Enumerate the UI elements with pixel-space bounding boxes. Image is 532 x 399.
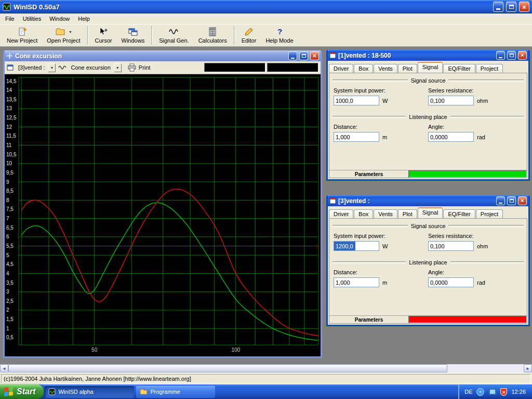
app-icon <box>3 3 11 11</box>
system-input-power-field[interactable] <box>334 241 379 251</box>
menu-item-utilities[interactable]: Utilities <box>19 14 45 23</box>
angle-field[interactable] <box>428 132 474 142</box>
taskbar-task-programme[interactable]: Programme <box>136 386 215 398</box>
help-mode-icon: ? <box>274 27 285 36</box>
tab-signal[interactable]: Signal <box>418 207 443 218</box>
maximize-icon <box>510 54 514 57</box>
series-resistance-field[interactable] <box>428 241 474 251</box>
app-titlebar[interactable]: WinISD 0.50a7 × <box>0 0 532 14</box>
minimize-button[interactable] <box>288 51 297 60</box>
maximize-button[interactable] <box>299 51 308 60</box>
close-button[interactable]: × <box>518 51 527 60</box>
start-button[interactable]: Start <box>0 384 44 399</box>
tab-driver[interactable]: Driver <box>329 64 353 73</box>
calculators-button[interactable]: Calculators <box>194 25 232 46</box>
tab-eq-filter[interactable]: EQ/Filter <box>443 209 475 219</box>
hide-icons-button[interactable]: « <box>476 388 484 396</box>
close-icon: × <box>522 4 526 10</box>
close-button[interactable]: × <box>519 2 529 12</box>
graph-type-icon <box>58 64 66 71</box>
maximize-icon <box>509 5 514 9</box>
tab-signal[interactable]: Signal <box>418 62 443 73</box>
project-window-3[interactable]: [3]vented : × Driver Box Vents Plot Sign… <box>326 195 530 326</box>
scroll-left-arrow[interactable]: ◄ <box>0 364 8 373</box>
maximize-button[interactable] <box>507 51 516 60</box>
display-tray-icon[interactable] <box>488 388 496 396</box>
y-tick-label: 12 <box>6 124 12 130</box>
parameters-button[interactable]: Parameters <box>329 316 409 323</box>
distance-field[interactable] <box>334 277 379 287</box>
series-resistance-label: Series resistance: <box>428 87 523 94</box>
tab-vents[interactable]: Vents <box>374 209 397 219</box>
y-tick-label: 10,5 <box>6 152 17 157</box>
minimize-button[interactable] <box>496 196 505 205</box>
group-signal-source: Signal source <box>332 223 524 229</box>
parameters-row: Parameters <box>329 315 527 323</box>
mdi-horizontal-scrollbar[interactable]: ◄ ► <box>0 364 532 373</box>
cone-excursion-chart[interactable]: 14,51413,51312,51211,51110,5109,598,587,… <box>5 74 321 356</box>
help-mode-button[interactable]: ? Help Mode <box>261 25 298 46</box>
close-button[interactable]: × <box>518 196 527 205</box>
minimize-button[interactable] <box>493 2 503 12</box>
print-button[interactable]: Print <box>124 62 154 73</box>
angle-field[interactable] <box>428 277 474 287</box>
angle-label: Angle: <box>428 124 523 130</box>
tab-eq-filter[interactable]: EQ/Filter <box>443 64 475 73</box>
tab-plot[interactable]: Plot <box>398 64 417 73</box>
chevron-down-icon[interactable]: ▼ <box>114 63 122 72</box>
menu-item-window[interactable]: Window <box>45 14 74 23</box>
windows-icon <box>128 27 138 36</box>
cursor-button[interactable]: Cursor <box>90 25 117 46</box>
project-window-1[interactable]: [1]vented : 18-500 × Driver Box Vents Pl… <box>326 50 530 181</box>
maximize-button[interactable] <box>507 196 516 205</box>
scroll-right-arrow[interactable]: ► <box>524 364 532 373</box>
tab-plot[interactable]: Plot <box>398 209 417 219</box>
menu-item-file[interactable]: File <box>1 14 19 23</box>
close-icon: × <box>521 52 524 58</box>
language-indicator[interactable]: DE <box>464 389 472 395</box>
minimize-icon <box>291 58 295 59</box>
cone-window-titlebar[interactable]: Cone excursion × <box>5 50 321 61</box>
x-tick-label: 100 <box>231 347 240 353</box>
close-button[interactable]: × <box>310 51 319 60</box>
security-alert-icon[interactable]: × <box>500 388 507 396</box>
cone-excursion-window[interactable]: Cone excursion × [3]vented : ▼ Cone excu… <box>3 50 322 358</box>
tab-project[interactable]: Project <box>476 209 503 219</box>
tab-box[interactable]: Box <box>354 209 373 219</box>
project-window-3-titlebar[interactable]: [3]vented : × <box>328 195 528 206</box>
project-window-1-titlebar[interactable]: [1]vented : 18-500 × <box>328 50 528 61</box>
tab-vents[interactable]: Vents <box>374 64 397 73</box>
system-input-power-field[interactable] <box>334 96 379 105</box>
y-tick-label: 4,5 <box>6 261 14 267</box>
project-window-1-title: [1]vented : 18-500 <box>338 52 494 59</box>
distance-field[interactable] <box>334 132 379 142</box>
signal-tab-panel: Signal source System input power: W Seri… <box>329 73 527 178</box>
minimize-icon <box>499 57 502 58</box>
editor-button[interactable]: Editor <box>237 25 261 46</box>
graph-select[interactable]: Cone excursion ▼ <box>68 63 122 73</box>
plot-frame <box>19 77 318 345</box>
maximize-button[interactable] <box>506 2 516 12</box>
windows-logo-icon <box>4 387 14 397</box>
open-project-button[interactable]: ▼ Open Project <box>42 25 85 46</box>
series-resistance-field[interactable] <box>428 96 474 105</box>
scrollbar-track[interactable] <box>447 364 524 373</box>
scrollbar-thumb[interactable] <box>8 364 447 373</box>
tab-project[interactable]: Project <box>476 64 503 73</box>
cone-excursion-plot[interactable]: 14,51413,51312,51211,51110,5109,598,587,… <box>5 74 321 356</box>
tab-box[interactable]: Box <box>354 64 373 73</box>
project-select[interactable]: [3]vented : ▼ <box>16 63 57 73</box>
y-tick-label: 13 <box>6 105 12 111</box>
y-tick-label: 4 <box>6 271 9 276</box>
chevron-down-icon[interactable]: ▼ <box>48 63 56 72</box>
parameters-button[interactable]: Parameters <box>329 170 409 178</box>
tab-driver[interactable]: Driver <box>329 209 353 219</box>
menu-item-help[interactable]: Help <box>74 14 94 23</box>
taskbar-task-winisd[interactable]: WinISD alpha <box>45 386 134 398</box>
signal-gen-button[interactable]: Signal Gen. <box>154 25 193 46</box>
minimize-button[interactable] <box>496 51 505 60</box>
windows-button[interactable]: Windows <box>117 25 150 46</box>
toolbar-separator <box>151 26 152 45</box>
cursor-readout-value <box>267 63 318 72</box>
new-project-button[interactable]: New Project <box>2 25 42 46</box>
